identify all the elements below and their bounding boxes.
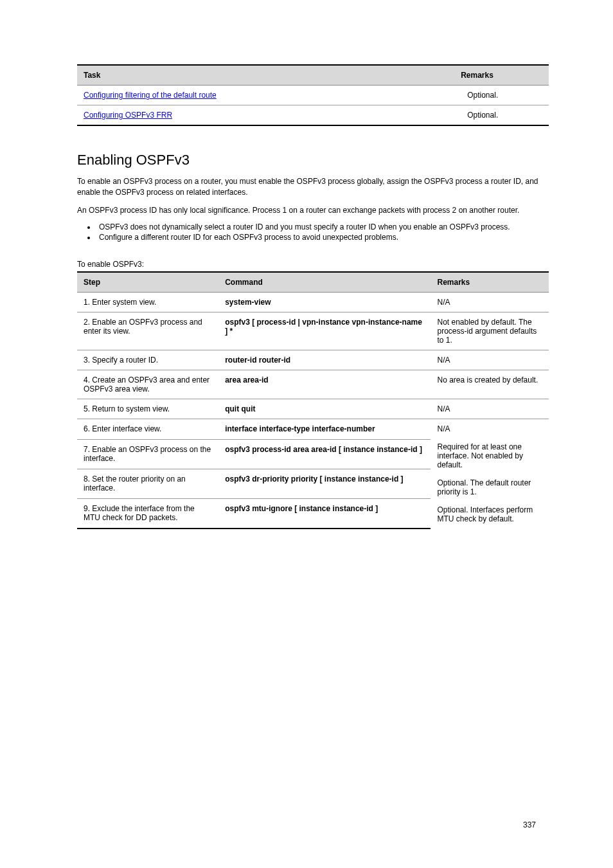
remarks-cell: Optional. <box>454 105 549 126</box>
step-cell: 8. Set the router priority on an interfa… <box>77 469 218 498</box>
merged-remark-7: Required for at least one interface. Not… <box>437 442 522 469</box>
table2-header-remarks: Remarks <box>431 272 549 293</box>
page-container: Task Remarks Configuring filtering of th… <box>0 0 613 868</box>
intro-paragraph: To enable an OSPFv3 process on a router,… <box>77 176 549 199</box>
command-cell: quit quit <box>218 399 431 419</box>
merged-remark-9: Optional. Interfaces perform MTU check b… <box>437 505 533 523</box>
command-cell: interface interface-type interface-numbe… <box>218 419 431 440</box>
remarks-cell: N/A <box>431 293 549 312</box>
note-intro: An OSPFv3 process ID has only local sign… <box>77 205 549 216</box>
task-remarks-table: Task Remarks Configuring filtering of th… <box>77 64 549 126</box>
remarks-cell: N/A <box>431 350 549 370</box>
remarks-cell: Not enabled by default. The process-id a… <box>431 312 549 350</box>
step-cell: 7. Enable an OSPFv3 process on the inter… <box>77 439 218 469</box>
table-row: 3. Specify a router ID. router-id router… <box>77 350 549 370</box>
enable-ospfv3-caption: To enable OSPFv3: <box>77 260 549 269</box>
table-row: 2. Enable an OSPFv3 process and enter it… <box>77 312 549 350</box>
page-number: 337 <box>523 820 536 829</box>
table1-header-task: Task <box>77 65 454 86</box>
remarks-cell: N/A <box>431 399 549 419</box>
step-cell: 2. Enable an OSPFv3 process and enter it… <box>77 312 218 350</box>
section-heading-enabling-ospfv3: Enabling OSPFv3 <box>77 152 549 168</box>
table2-header-step: Step <box>77 272 218 293</box>
command-cell: ospfv3 [ process-id | vpn-instance vpn-i… <box>218 312 431 350</box>
command-cell: area area-id <box>218 370 431 399</box>
command-cell: ospfv3 process-id area area-id [ instanc… <box>218 439 431 469</box>
list-item: OSPFv3 does not dynamically select a rou… <box>96 222 549 231</box>
merged-remark-6: N/A <box>437 424 450 433</box>
step-cell: 3. Specify a router ID. <box>77 350 218 370</box>
step-cell: 5. Return to system view. <box>77 399 218 419</box>
steps-table: Step Command Remarks 1. Enter system vie… <box>77 271 549 529</box>
command-cell: router-id router-id <box>218 350 431 370</box>
table2-header-command: Command <box>218 272 431 293</box>
table-row: Configuring OSPFv3 FRR Optional. <box>77 105 549 126</box>
remarks-cell: No area is created by default. <box>431 370 549 399</box>
table-row: 4. Create an OSPFv3 area and enter OSPFv… <box>77 370 549 399</box>
note-list: OSPFv3 does not dynamically select a rou… <box>96 222 549 242</box>
command-cell: ospfv3 mtu-ignore [ instance instance-id… <box>218 499 431 529</box>
step-cell: 9. Exclude the interface from the MTU ch… <box>77 499 218 529</box>
link-configuring-ospfv3-frr[interactable]: Configuring OSPFv3 FRR <box>84 111 172 120</box>
step-cell: 4. Create an OSPFv3 area and enter OSPFv… <box>77 370 218 399</box>
command-cell: system-view <box>218 293 431 312</box>
table-row: Configuring filtering of the default rou… <box>77 86 549 105</box>
table-row: 6. Enter interface view. interface inter… <box>77 419 549 440</box>
table-row: 5. Return to system view. quit quit N/A <box>77 399 549 419</box>
link-configuring-default-route-filtering[interactable]: Configuring filtering of the default rou… <box>84 91 217 100</box>
merged-remark-8: Optional. The default router priority is… <box>437 478 531 496</box>
list-item: Configure a different router ID for each… <box>96 233 549 242</box>
remarks-merged-cell: N/A Required for at least one interface.… <box>431 419 549 529</box>
table1-header-remarks: Remarks <box>454 65 549 86</box>
step-cell: 6. Enter interface view. <box>77 419 218 440</box>
step-cell: 1. Enter system view. <box>77 293 218 312</box>
remarks-cell: Optional. <box>454 86 549 105</box>
command-cell: ospfv3 dr-priority priority [ instance i… <box>218 469 431 498</box>
table-row: 1. Enter system view. system-view N/A <box>77 293 549 312</box>
